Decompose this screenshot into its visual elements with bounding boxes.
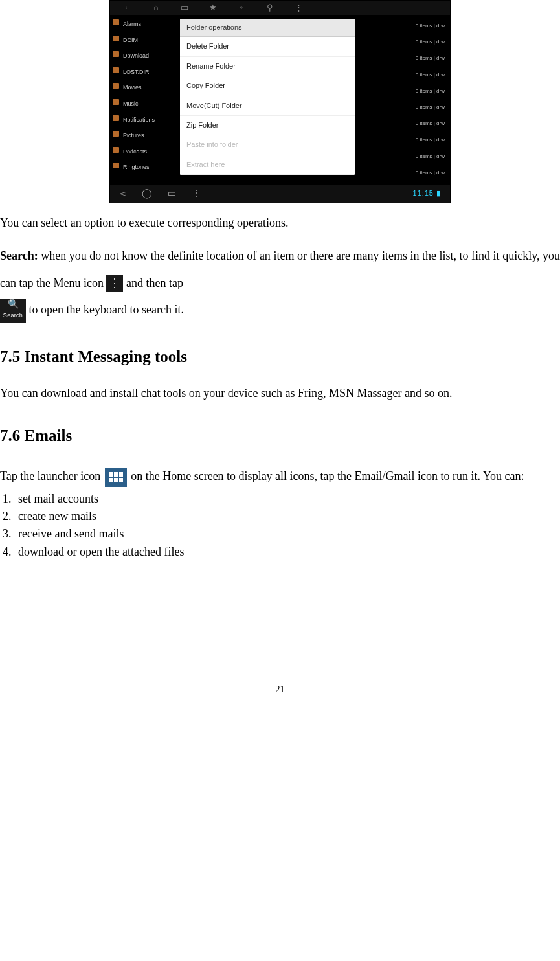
meta-item: 0 items | drw <box>399 148 445 164</box>
screenshot-topbar: ← ⌂ ▭ ★ ◦ ⚲ ⋮ <box>110 1 450 15</box>
emails-paragraph: Tap the launcher icon on the Home screen… <box>0 464 560 490</box>
search-icon-label: Search <box>0 309 26 322</box>
section-7-5-heading: 7.5 Instant Messaging tools <box>0 345 560 368</box>
side-item: Pictures <box>110 128 175 144</box>
dialog-item-disabled: Extract here <box>180 155 355 175</box>
side-item: Podcasts <box>110 144 175 160</box>
dialog-item: Rename Folder <box>180 57 355 76</box>
search-text-pre: when you do not know the definite locati… <box>0 249 560 289</box>
section-7-5-body: You can download and install chat tools … <box>0 385 560 402</box>
emails-list: set mail accounts create new mails recei… <box>0 491 560 560</box>
dialog-item: Zip Folder <box>180 116 355 135</box>
nav-more-icon: ⋮ <box>192 187 201 200</box>
screenshot-sidebar: Alarms DCIM Download LOST.DIR Movies Mus… <box>110 15 175 186</box>
dialog-title: Folder operations <box>180 19 355 37</box>
dialog-item: Copy Folder <box>180 76 355 96</box>
top-icon-back: ← <box>123 3 132 12</box>
side-item: Music <box>110 96 175 112</box>
dialog-item: Delete Folder <box>180 37 355 56</box>
top-icon-dot: ◦ <box>237 3 246 12</box>
side-item: Ringtones <box>110 159 175 175</box>
meta-item: 0 items | drw <box>399 34 445 50</box>
nav-recent-icon: ▭ <box>168 187 176 200</box>
paragraph-select-option: You can select an option to execute corr… <box>0 215 560 231</box>
meta-item: 0 items | drw <box>399 131 445 148</box>
meta-item: 0 items | drw <box>399 83 445 99</box>
meta-item: 0 items | drw <box>399 17 445 34</box>
emails-list-item: set mail accounts <box>14 491 560 507</box>
meta-item: 0 items | drw <box>399 67 445 83</box>
screenshot-navbar: ◅ ◯ ▭ ⋮ 11:15 ▮ <box>110 185 450 203</box>
search-text-post: to open the keyboard to search it. <box>26 303 184 316</box>
side-item: Notifications <box>110 112 175 128</box>
nav-back-icon: ◅ <box>119 187 126 200</box>
search-paragraph: Search: when you do not know the definit… <box>0 243 560 323</box>
side-item: LOST.DIR <box>110 64 175 80</box>
screenshot-right-meta: 0 items | drw 0 items | drw 0 items | dr… <box>399 17 445 181</box>
menu-icon <box>106 275 123 292</box>
meta-item: 0 items | drw <box>399 50 445 66</box>
side-item: DCIM <box>110 32 175 49</box>
android-screenshot: ← ⌂ ▭ ★ ◦ ⚲ ⋮ Alarms DCIM Download LOST.… <box>109 0 451 203</box>
emails-list-item: download or open the attached files <box>14 544 560 560</box>
search-label: Search: <box>0 249 38 262</box>
side-item: Alarms <box>110 16 175 32</box>
side-item: Download <box>110 48 175 64</box>
emails-list-item: receive and send mails <box>14 526 560 542</box>
nav-home-icon: ◯ <box>142 187 152 200</box>
emails-text-pre: Tap the launcher icon <box>0 469 104 482</box>
emails-text-post: on the Home screen to display all icons,… <box>128 469 524 482</box>
meta-item: 0 items | drw <box>399 164 445 181</box>
dialog-item: Move(Cut) Folder <box>180 96 355 116</box>
side-item: Movies <box>110 80 175 96</box>
search-icon: 🔍 Search <box>0 299 26 323</box>
top-icon-tools: ⚲ <box>265 3 274 12</box>
meta-item: 0 items | drw <box>399 115 445 131</box>
emails-list-item: create new mails <box>14 508 560 525</box>
top-icon-more: ⋮ <box>294 3 303 12</box>
search-text-mid: and then tap <box>123 277 183 289</box>
top-icon-home: ⌂ <box>151 3 161 12</box>
top-icon-star: ★ <box>208 3 218 12</box>
launcher-icon <box>105 468 127 487</box>
folder-operations-dialog: Folder operations Delete Folder Rename F… <box>180 19 355 175</box>
section-7-6-heading: 7.6 Emails <box>0 424 560 447</box>
meta-item: 0 items | drw <box>399 99 445 115</box>
top-icon-window: ▭ <box>180 3 189 12</box>
clock: 11:15 <box>412 189 434 197</box>
dialog-item-disabled: Paste into folder <box>180 135 355 155</box>
page-number: 21 <box>0 683 560 696</box>
